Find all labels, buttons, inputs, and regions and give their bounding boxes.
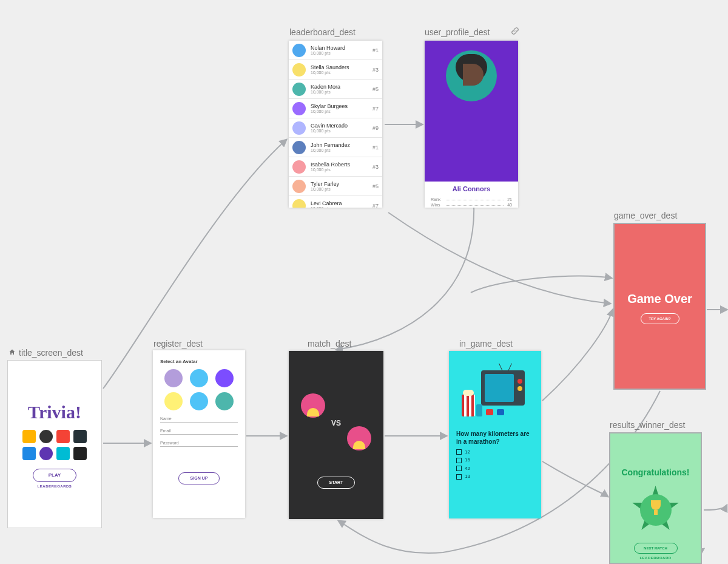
player-rank: #9 bbox=[372, 125, 379, 131]
checkbox-icon bbox=[456, 466, 462, 471]
answer-option[interactable]: 12 bbox=[456, 449, 534, 455]
home-icon bbox=[8, 348, 16, 356]
opponent-avatar bbox=[347, 426, 371, 450]
player-name: Stella Saunders bbox=[311, 64, 372, 70]
screen-game-over[interactable]: Game Over TRY AGAIN? bbox=[613, 223, 706, 390]
answer-option[interactable]: 15 bbox=[456, 457, 534, 463]
avatar-icon bbox=[292, 121, 306, 135]
player-name: Nolan Howard bbox=[311, 45, 372, 51]
avatar-icon bbox=[292, 199, 306, 208]
password-field[interactable]: Password bbox=[160, 441, 238, 447]
leaderboards-link[interactable]: LEADERBOARDS bbox=[8, 484, 101, 488]
player-name: John Fernandez bbox=[311, 142, 372, 148]
game-over-title: Game Over bbox=[615, 292, 705, 306]
screen-leaderboard[interactable]: Nolan Howard10,000 pts#1Stella Saunders1… bbox=[289, 41, 382, 208]
deeplink-icon bbox=[510, 27, 521, 38]
avatar-option[interactable] bbox=[190, 392, 208, 410]
player-points: 10,000 pts bbox=[311, 109, 372, 114]
app-title: Trivia! bbox=[8, 403, 101, 421]
signup-button[interactable]: SIGN UP bbox=[178, 472, 220, 484]
player-rank: #3 bbox=[372, 67, 379, 73]
player-name: Kaden Mora bbox=[311, 84, 372, 90]
question-illustration bbox=[462, 367, 528, 419]
player-name: Skylar Burgees bbox=[311, 103, 372, 109]
screen-user-profile[interactable]: Ali Connors Rank#1 Wins40 bbox=[425, 41, 518, 208]
avatar-option[interactable] bbox=[164, 392, 183, 410]
player-name: Levi Cabrera bbox=[311, 200, 372, 206]
congrats-title: Congratulations! bbox=[610, 467, 701, 477]
email-field[interactable]: Email bbox=[160, 429, 238, 435]
navigation-graph-canvas[interactable]: title_screen_dest register_dest leaderbo… bbox=[0, 0, 728, 564]
select-avatar-label: Select an Avatar bbox=[160, 359, 245, 364]
player-name: Gavin Mercado bbox=[311, 123, 372, 129]
player-points: 10,000 pts bbox=[311, 168, 372, 172]
avatar-option[interactable] bbox=[215, 392, 234, 410]
profile-stat: Rank#1 bbox=[431, 197, 512, 202]
leaderboard-row[interactable]: Stella Saunders10,000 pts#3 bbox=[289, 60, 382, 80]
checkbox-icon bbox=[456, 474, 462, 480]
leaderboard-link[interactable]: LEADERBOARD bbox=[610, 556, 701, 560]
leaderboard-row[interactable]: Isabella Roberts10,000 pts#3 bbox=[289, 157, 382, 177]
dest-label-register: register_dest bbox=[153, 339, 203, 348]
answer-option[interactable]: 42 bbox=[456, 466, 534, 471]
player-rank: #5 bbox=[372, 183, 379, 189]
leaderboard-row[interactable]: John Fernandez10,000 pts#1 bbox=[289, 138, 382, 157]
avatar-icon bbox=[292, 44, 306, 57]
vs-label: VS bbox=[289, 419, 383, 427]
screen-results-winner[interactable]: Congratulations! NEXT MATCH LEADERBOARD bbox=[609, 432, 702, 564]
player-points: 10,000 pts bbox=[311, 70, 372, 75]
avatar-icon bbox=[292, 141, 306, 154]
player-points: 10,000 pts bbox=[311, 187, 372, 191]
screen-match[interactable]: VS START bbox=[289, 351, 383, 519]
leaderboard-row[interactable]: Kaden Mora10,000 pts#5 bbox=[289, 80, 382, 99]
leaderboard-row[interactable]: Skylar Burgees10,000 pts#7 bbox=[289, 99, 382, 118]
screen-title[interactable]: Trivia! PLAY LEADERBOARDS bbox=[7, 360, 102, 528]
dest-label-title-screen: title_screen_dest bbox=[8, 348, 83, 358]
player-points: 10,000 pts bbox=[311, 90, 372, 94]
start-button[interactable]: START bbox=[317, 477, 355, 489]
profile-name: Ali Connors bbox=[425, 182, 518, 196]
screen-register[interactable]: Select an Avatar Name Email Password SIG… bbox=[153, 350, 245, 518]
avatar-option[interactable] bbox=[215, 369, 234, 387]
leaderboard-row[interactable]: Levi Cabrera10,000 pts#7 bbox=[289, 196, 382, 208]
player-points: 10,000 pts bbox=[311, 51, 372, 55]
dest-label-match: match_dest bbox=[308, 339, 351, 348]
dest-label-leaderboard: leaderboard_dest bbox=[289, 27, 356, 37]
next-match-button[interactable]: NEXT MATCH bbox=[634, 543, 678, 554]
dest-label-game-over: game_over_dest bbox=[614, 211, 677, 220]
checkbox-icon bbox=[456, 449, 462, 455]
player-points: 10,000 pts bbox=[311, 206, 372, 208]
name-field[interactable]: Name bbox=[160, 416, 238, 423]
profile-header bbox=[425, 41, 518, 182]
leaderboard-row[interactable]: Nolan Howard10,000 pts#1 bbox=[289, 41, 382, 60]
play-button[interactable]: PLAY bbox=[33, 469, 76, 482]
screen-in-game[interactable]: How many kilometers are in a marathon? 1… bbox=[449, 351, 541, 518]
avatar-icon bbox=[292, 83, 306, 96]
player-rank: #1 bbox=[372, 144, 379, 151]
leaderboard-row[interactable]: Gavin Mercado10,000 pts#9 bbox=[289, 118, 382, 138]
dest-label-user-profile: user_profile_dest bbox=[425, 27, 490, 37]
try-again-button[interactable]: TRY AGAIN? bbox=[641, 313, 679, 324]
player-points: 10,000 pts bbox=[311, 129, 372, 133]
player-rank: #7 bbox=[372, 106, 379, 112]
avatar-option[interactable] bbox=[190, 369, 208, 387]
checkbox-icon bbox=[456, 458, 462, 463]
profile-avatar bbox=[446, 50, 497, 101]
avatar-icon bbox=[292, 180, 306, 193]
trophy-badge bbox=[632, 486, 680, 534]
avatar-icon bbox=[292, 63, 306, 76]
category-icons bbox=[18, 430, 91, 460]
question-text: How many kilometers are in a marathon? bbox=[456, 430, 534, 446]
avatar-option[interactable] bbox=[164, 369, 183, 387]
avatar-icon bbox=[292, 160, 306, 174]
player-rank: #7 bbox=[372, 203, 379, 208]
player-avatar bbox=[301, 393, 325, 418]
answer-option[interactable]: 13 bbox=[456, 474, 534, 479]
dest-label-results-winner: results_winner_dest bbox=[610, 420, 686, 430]
player-rank: #3 bbox=[372, 164, 379, 170]
player-rank: #5 bbox=[372, 86, 379, 92]
avatar-icon bbox=[292, 102, 306, 115]
leaderboard-row[interactable]: Tyler Farley10,000 pts#5 bbox=[289, 177, 382, 196]
dest-label-in-game: in_game_dest bbox=[459, 339, 513, 348]
player-name: Isabella Roberts bbox=[311, 161, 372, 168]
